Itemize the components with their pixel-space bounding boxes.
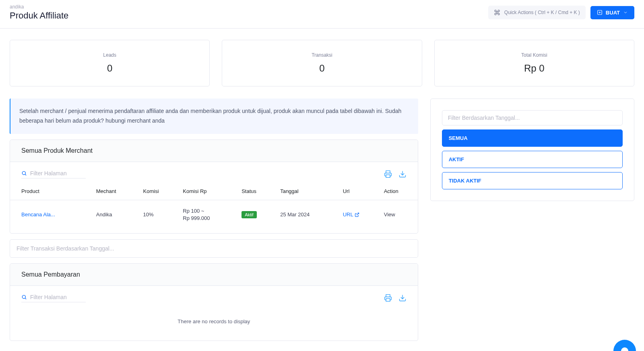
table-row: Bencana Ala... Andika 10% Rp 100 ~ Rp 99… <box>10 200 418 229</box>
stat-value: 0 <box>18 63 201 74</box>
left-column: Setelah merchant / penjual menerima pend… <box>10 99 418 341</box>
svg-rect-5 <box>386 175 390 178</box>
filter-semua-button[interactable]: SEMUA <box>442 129 623 147</box>
transaction-date-filter-input[interactable] <box>10 239 418 258</box>
komisi-rp-line1: Rp 100 ~ <box>183 207 233 215</box>
download-icon[interactable] <box>398 170 407 178</box>
chat-icon <box>621 347 628 351</box>
table-header-row: Product Mechant Komisi Komisi Rp Status … <box>10 183 418 200</box>
card-body: Product Mechant Komisi Komisi Rp Status … <box>10 162 418 233</box>
svg-point-8 <box>22 295 25 298</box>
buat-button[interactable]: BUAT <box>590 6 634 19</box>
breadcrumb: andika <box>10 4 68 10</box>
download-icon[interactable] <box>398 294 407 302</box>
stat-label: Total Komisi <box>443 52 626 58</box>
table-toolbar <box>10 162 418 183</box>
view-link[interactable]: View <box>384 211 395 218</box>
payments-card: Semua Pembayaran <box>10 263 418 341</box>
cell-komisi-rp: Rp 100 ~ Rp 999.000 <box>179 200 237 229</box>
th-komisi[interactable]: Komisi <box>139 183 179 200</box>
filter-tidak-aktif-button[interactable]: TIDAK AKTIF <box>442 172 623 189</box>
header-left: andika Produk Affiliate <box>10 4 68 21</box>
plus-square-icon <box>597 10 603 15</box>
card-body: There are no records to display <box>10 286 418 341</box>
url-link[interactable]: URL <box>343 211 359 218</box>
right-column: SEMUA AKTIF TIDAK AKTIF <box>430 99 634 341</box>
stat-card-leads: Leads 0 <box>10 40 210 86</box>
th-action[interactable]: Action <box>380 183 418 200</box>
stat-value: 0 <box>230 63 413 74</box>
stats-row: Leads 0 Transaksi 0 Total Komisi Rp 0 <box>10 40 634 86</box>
cell-status: Aktif <box>237 200 276 229</box>
external-link-icon <box>355 212 359 217</box>
komisi-rp-line2: Rp 999.000 <box>183 215 233 222</box>
products-search-input[interactable] <box>30 170 86 177</box>
table-toolbar <box>10 286 418 306</box>
url-text: URL <box>343 211 353 218</box>
svg-line-4 <box>25 174 26 175</box>
th-komisi-rp[interactable]: Komisi Rp <box>179 183 237 200</box>
card-header: Semua Produk Merchant <box>10 140 418 162</box>
th-merchant[interactable]: Mechant <box>92 183 139 200</box>
stat-label: Transaksi <box>230 52 413 58</box>
quick-actions-label: Quick Actions ( Ctrl + K / Cmd + K ) <box>504 10 580 15</box>
card-title: Semua Pembayaran <box>21 271 407 278</box>
svg-line-7 <box>357 213 359 215</box>
print-icon[interactable] <box>384 294 392 302</box>
th-url[interactable]: Url <box>339 183 380 200</box>
stat-value: Rp 0 <box>443 63 626 74</box>
buat-label: BUAT <box>606 10 620 16</box>
payments-search-input[interactable] <box>30 294 86 300</box>
header-right: Quick Actions ( Ctrl + K / Cmd + K ) BUA… <box>488 6 634 19</box>
products-card: Semua Produk Merchant <box>10 140 418 234</box>
filter-aktif-button[interactable]: AKTIF <box>442 151 623 168</box>
main-content: Leads 0 Transaksi 0 Total Komisi Rp 0 Se… <box>0 29 644 351</box>
th-tanggal[interactable]: Tanggal <box>276 183 339 200</box>
quick-actions-button[interactable]: Quick Actions ( Ctrl + K / Cmd + K ) <box>488 6 586 19</box>
svg-point-3 <box>22 171 25 174</box>
search-group <box>21 170 86 179</box>
cell-url: URL <box>339 200 380 229</box>
card-header: Semua Pembayaran <box>10 264 418 286</box>
search-icon <box>21 170 27 177</box>
info-banner: Setelah merchant / penjual menerima pend… <box>10 99 418 134</box>
toolbar-icons <box>384 294 407 302</box>
no-records-message: There are no records to display <box>10 306 418 337</box>
stat-label: Leads <box>18 52 201 58</box>
page-title: Produk Affiliate <box>10 10 68 21</box>
cell-tanggal: 25 Mar 2024 <box>276 200 339 229</box>
toolbar-icons <box>384 170 407 178</box>
stat-card-transaksi: Transaksi 0 <box>222 40 422 86</box>
command-icon <box>494 9 500 16</box>
svg-line-9 <box>25 298 26 300</box>
status-badge: Aktif <box>242 211 256 218</box>
search-group <box>21 294 86 302</box>
cell-komisi: 10% <box>139 200 179 229</box>
th-status[interactable]: Status <box>237 183 276 200</box>
print-icon[interactable] <box>384 170 392 178</box>
svg-rect-10 <box>386 299 390 302</box>
filter-panel: SEMUA AKTIF TIDAK AKTIF <box>430 99 634 201</box>
cell-action: View <box>380 200 418 229</box>
stat-card-total-komisi: Total Komisi Rp 0 <box>434 40 634 86</box>
cell-merchant: Andika <box>92 200 139 229</box>
page-header: andika Produk Affiliate Quick Actions ( … <box>0 0 644 29</box>
card-title: Semua Produk Merchant <box>21 147 407 154</box>
product-link[interactable]: Bencana Ala... <box>21 211 55 218</box>
chevron-down-icon <box>623 10 628 15</box>
date-filter-input[interactable] <box>442 110 623 125</box>
products-table: Product Mechant Komisi Komisi Rp Status … <box>10 183 418 229</box>
search-icon <box>21 294 27 300</box>
th-product[interactable]: Product <box>10 183 92 200</box>
